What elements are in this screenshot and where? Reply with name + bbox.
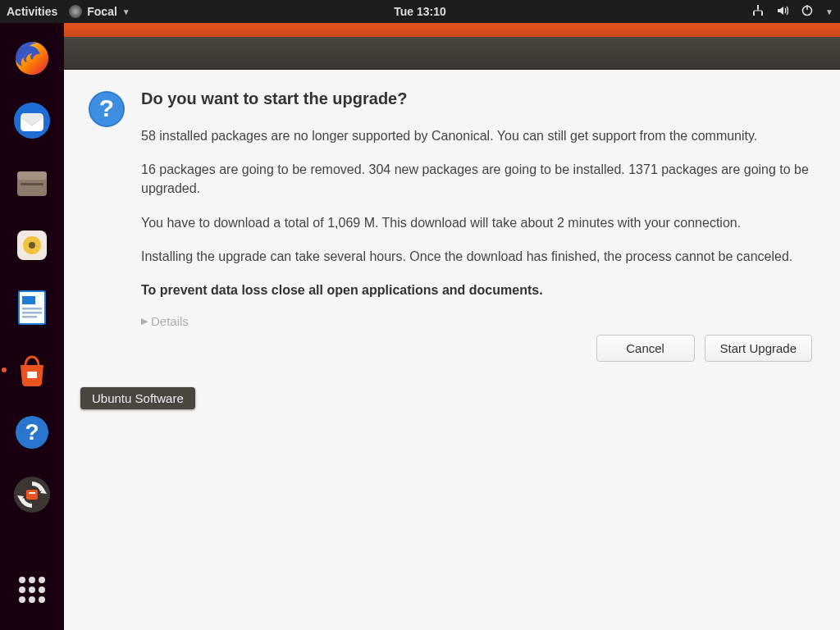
cancel-button[interactable]: Cancel (596, 335, 695, 362)
svg-rect-2 (761, 11, 763, 16)
rhythmbox-icon (12, 226, 52, 265)
svg-rect-1 (753, 11, 755, 16)
dock-item-help[interactable]: ? (10, 410, 54, 454)
app-menu[interactable]: Focal ▼ (69, 5, 130, 18)
svg-text:?: ? (99, 94, 114, 121)
dock-item-thunderbird[interactable] (10, 98, 54, 143)
dialog-paragraph-2: 16 packages are going to be removed. 304… (141, 160, 812, 198)
chevron-down-icon: ▼ (122, 7, 130, 16)
svg-rect-15 (22, 308, 42, 310)
dialog-paragraph-3: You have to download a total of 1,069 M.… (141, 213, 812, 232)
svg-text:?: ? (25, 419, 39, 445)
svg-rect-9 (21, 183, 43, 185)
dock-item-software[interactable] (10, 348, 54, 392)
apps-grid-icon (12, 570, 52, 609)
start-upgrade-button[interactable]: Start Upgrade (705, 335, 812, 362)
updater-icon (12, 475, 52, 514)
dock: ? (0, 23, 64, 630)
dock-item-files[interactable] (10, 161, 54, 205)
app-menu-label: Focal (87, 5, 117, 18)
network-icon[interactable] (751, 4, 765, 20)
chevron-right-icon: ▶ (141, 316, 148, 326)
dock-item-writer[interactable] (10, 285, 54, 330)
top-bar: Activities Focal ▼ Tue 13:10 ▼ (0, 0, 840, 23)
volume-icon[interactable] (776, 4, 789, 20)
svg-point-31 (29, 596, 35, 603)
svg-point-24 (19, 577, 25, 583)
focal-app-icon (69, 5, 82, 18)
window-titlebar[interactable] (64, 37, 840, 70)
details-expander[interactable]: ▶ Details (141, 314, 812, 328)
svg-point-28 (29, 587, 35, 593)
svg-point-12 (29, 242, 35, 249)
dialog-paragraph-1: 58 installed packages are no longer supp… (141, 126, 812, 145)
dialog-paragraph-4: Installing the upgrade can take several … (141, 247, 812, 266)
system-menu-caret-icon[interactable]: ▼ (825, 7, 833, 16)
svg-point-25 (29, 577, 35, 583)
svg-point-26 (39, 577, 45, 583)
dialog-title: Do you want to start the upgrade? (141, 89, 812, 108)
upgrade-dialog: ? Do you want to start the upgrade? 58 i… (64, 70, 840, 630)
svg-rect-23 (29, 492, 35, 494)
svg-rect-8 (17, 171, 47, 180)
dialog-content: Do you want to start the upgrade? 58 ins… (141, 89, 812, 362)
dock-item-updater[interactable] (10, 472, 54, 517)
svg-rect-22 (26, 490, 38, 500)
svg-point-29 (39, 587, 45, 593)
dock-item-rhythmbox[interactable] (10, 223, 54, 267)
svg-rect-16 (22, 312, 42, 314)
firefox-icon (12, 39, 52, 78)
svg-point-32 (39, 596, 45, 603)
activities-button[interactable]: Activities (7, 5, 57, 18)
question-icon: ? (87, 89, 126, 132)
software-icon (12, 350, 52, 390)
svg-rect-17 (22, 316, 37, 318)
svg-rect-4 (806, 5, 808, 10)
dock-item-firefox[interactable] (10, 36, 54, 80)
writer-icon (12, 288, 52, 327)
power-icon[interactable] (801, 4, 814, 20)
svg-rect-14 (22, 296, 35, 304)
svg-point-27 (19, 587, 25, 593)
svg-point-30 (19, 596, 25, 603)
svg-rect-0 (757, 5, 759, 9)
dialog-paragraph-warning: To prevent data loss close all open appl… (141, 281, 812, 299)
help-icon: ? (12, 413, 52, 452)
details-label: Details (151, 314, 189, 328)
window-orange-strip (64, 23, 840, 37)
show-applications-button[interactable] (10, 568, 54, 612)
thunderbird-icon (12, 101, 52, 140)
files-icon (12, 163, 52, 203)
